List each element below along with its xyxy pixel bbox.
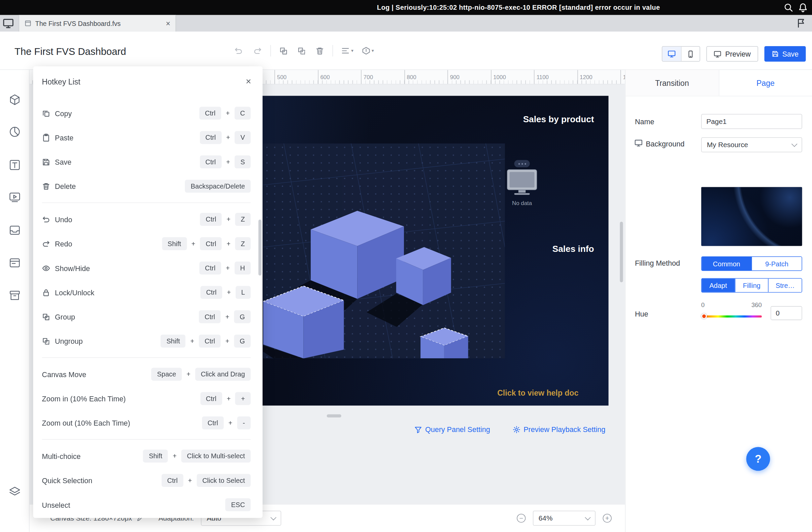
preview-monitor-icon — [714, 50, 722, 58]
plus-separator: + — [226, 337, 230, 345]
table-card-icon[interactable] — [9, 256, 21, 269]
tab-transition[interactable]: Transition — [625, 70, 719, 96]
plus-separator: + — [226, 158, 230, 166]
chevron-down-icon — [585, 515, 591, 520]
hue-slider-knob[interactable] — [701, 314, 707, 319]
background-label: Background — [646, 140, 684, 148]
background-resource-value: My Resource — [707, 141, 748, 148]
key-chip: L — [236, 286, 251, 299]
background-thumbnail[interactable] — [701, 187, 802, 246]
stretch-button[interactable]: Stre… — [768, 279, 801, 292]
hotkey-row: Copy Ctrl+C — [42, 101, 251, 125]
hue-value-input[interactable] — [771, 306, 802, 320]
key-chip: V — [235, 131, 250, 144]
phone-icon — [687, 50, 695, 58]
filling-common-button[interactable]: Common — [701, 257, 751, 270]
ruler-tick: 800 — [404, 70, 417, 84]
hotkey-label: Quick Selection — [42, 476, 92, 485]
key-chip: + — [235, 392, 251, 405]
key-chip: Z — [235, 238, 250, 250]
help-button[interactable]: ? — [746, 447, 770, 471]
chart-icon[interactable] — [9, 125, 21, 138]
chevron-down-icon — [792, 141, 797, 147]
hotkey-row: Group Ctrl+G — [42, 305, 251, 329]
hotkey-row: Unselect ESC — [42, 493, 251, 517]
hotkey-row: Paste Ctrl+V — [42, 125, 251, 149]
workspace-icon[interactable] — [3, 17, 14, 29]
key-chip: Ctrl — [199, 262, 221, 274]
hotkey-row: Multi-choice Shift+Click to Multi-select — [42, 444, 251, 468]
publish-flag-icon[interactable] — [797, 18, 807, 29]
widget-3d-icon[interactable] — [9, 93, 21, 106]
filling-button[interactable]: Filling — [735, 279, 768, 292]
tab-bar: The First FVS Dashboard.fvs × — [0, 15, 812, 32]
text-component-icon[interactable] — [9, 159, 21, 171]
hotkey-row: Quick Selection Ctrl+Click to Select — [42, 469, 251, 493]
theme-menu[interactable]: ▾ — [362, 46, 374, 55]
form-icon[interactable] — [9, 224, 21, 237]
zoom-level-select[interactable]: 64% — [533, 511, 596, 526]
container-icon[interactable] — [9, 289, 21, 302]
adapt-button[interactable]: Adapt — [701, 279, 735, 292]
close-icon[interactable]: × — [246, 77, 251, 86]
hue-range-labels: 0 360 — [701, 301, 762, 309]
modal-scrollbar[interactable] — [259, 219, 262, 275]
hotkey-label: Undo — [55, 215, 72, 224]
media-icon[interactable] — [9, 190, 21, 203]
properties-panel: Transition Page Name Background My Resou… — [625, 70, 812, 532]
save-icon — [42, 158, 50, 166]
filling-9patch-button[interactable]: 9-Patch — [751, 257, 801, 270]
plus-separator: + — [187, 370, 190, 378]
hotkey-label: Ungroup — [55, 337, 83, 345]
help-doc-link[interactable]: Click to view help doc — [497, 389, 578, 397]
mobile-view-button[interactable] — [681, 46, 700, 61]
desktop-view-button[interactable] — [663, 46, 681, 61]
theme-icon — [362, 46, 370, 55]
tab-page[interactable]: Page — [719, 70, 812, 96]
plus-separator: + — [226, 313, 230, 320]
plus-separator: + — [191, 240, 195, 247]
delete-icon[interactable] — [316, 46, 324, 55]
device-toggle — [662, 46, 700, 62]
zoom-out-button[interactable]: − — [517, 514, 525, 522]
undo-icon[interactable] — [234, 46, 243, 55]
hotkey-label: Zoom in (10% Each Time) — [42, 394, 126, 403]
save-button[interactable]: Save — [764, 46, 806, 62]
plus-separator: + — [227, 215, 231, 223]
key-chip: Z — [235, 213, 250, 226]
hotkey-label: Paste — [55, 133, 73, 142]
delete-icon — [42, 182, 50, 190]
plus-separator: + — [227, 240, 231, 247]
ungroup-icon[interactable] — [297, 46, 306, 55]
page-name-input[interactable] — [701, 114, 802, 129]
hue-slider[interactable] — [701, 316, 762, 317]
cube-chart-panel[interactable] — [263, 143, 505, 358]
fill-mode-toggle: Adapt Filling Stre… — [701, 278, 802, 292]
notification-bell-icon[interactable] — [798, 3, 808, 13]
ruler-tick: 600 — [318, 70, 330, 84]
tab-close-icon[interactable]: × — [166, 19, 170, 27]
redo-icon[interactable] — [253, 46, 262, 55]
hotkey-row: Zoom in (10% Each Time) Ctrl++ — [42, 387, 251, 411]
hotkey-list-modal: Hotkey List × Copy Ctrl+C Paste Ctrl+V S… — [33, 66, 262, 518]
undo-icon — [42, 215, 50, 224]
background-resource-select[interactable]: My Resource — [701, 138, 802, 153]
preview-playback-setting-link[interactable]: Preview Playback Setting — [513, 424, 605, 435]
query-panel-setting-link[interactable]: Query Panel Setting — [415, 424, 490, 435]
search-icon[interactable] — [783, 3, 793, 13]
divider — [42, 439, 251, 440]
align-menu[interactable]: ▾ — [342, 46, 353, 55]
ruler-tick: 700 — [361, 70, 373, 84]
group-icon[interactable] — [279, 46, 288, 55]
dashboard-tab[interactable]: The First FVS Dashboard.fvs × — [18, 15, 176, 32]
canvas-horizontal-scrollbar[interactable] — [327, 415, 342, 418]
zoom-in-button[interactable]: + — [603, 514, 612, 522]
cube-chart — [263, 143, 505, 358]
key-chip: Click to Multi-select — [181, 449, 250, 462]
hotkey-row: Redo Shift+Ctrl+Z — [42, 232, 251, 256]
chevron-down-icon: ▾ — [372, 48, 374, 53]
plus-separator: + — [226, 134, 230, 141]
preview-button[interactable]: Preview — [707, 46, 758, 62]
canvas-vertical-scrollbar[interactable] — [620, 221, 623, 282]
layers-icon[interactable] — [9, 485, 21, 498]
